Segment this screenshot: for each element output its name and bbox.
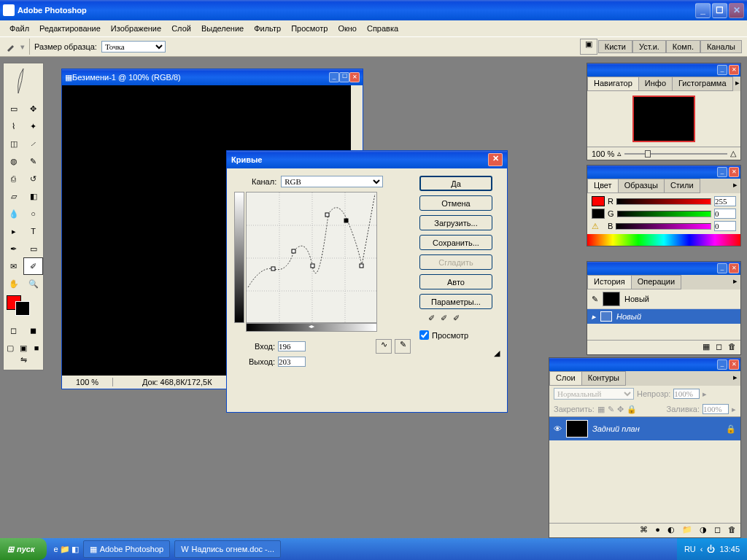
resize-grip-icon[interactable]: ◢ [419, 349, 500, 358]
tab-actions[interactable]: Операции [631, 275, 681, 289]
move-tool[interactable]: ✥ [23, 100, 43, 117]
lock-trans-icon[interactable]: ▦ [597, 405, 605, 414]
menu-edit[interactable]: Редактирование [34, 24, 106, 33]
quickmask-on[interactable]: ◼ [23, 322, 43, 339]
black-eyedropper-icon[interactable]: ✐ [428, 314, 435, 323]
jump-to-imageready[interactable]: ⇋ [4, 355, 43, 370]
hist-close-button[interactable]: ✕ [729, 263, 739, 273]
r-slider[interactable] [616, 198, 711, 205]
tab-navigator[interactable]: Навигатор [587, 77, 639, 91]
tab-history[interactable]: История [587, 275, 632, 289]
color-close-button[interactable]: ✕ [729, 167, 739, 177]
delete-layer-icon[interactable]: 🗑 [728, 525, 736, 536]
b-value[interactable] [714, 221, 736, 231]
pencil-mode-button[interactable]: ✎ [395, 339, 411, 354]
zoom-tool[interactable]: 🔍 [23, 275, 43, 292]
color-bg-swatch[interactable] [592, 209, 605, 219]
ok-button[interactable]: Да [419, 176, 492, 191]
lock-paint-icon[interactable]: ✎ [608, 405, 614, 414]
nav-close-button[interactable]: ✕ [729, 65, 739, 75]
gamut-warning-icon[interactable]: ⚠ [592, 222, 605, 231]
notes-tool[interactable]: ✉ [4, 257, 23, 275]
adjustment-layer-icon[interactable]: ◑ [700, 525, 707, 536]
color-min-button[interactable]: _ [717, 167, 727, 177]
stamp-tool[interactable]: ⎙ [4, 170, 23, 187]
history-brush-tool[interactable]: ↺ [23, 170, 43, 187]
link-icon[interactable]: ⌘ [640, 525, 648, 536]
taskbar-item-word[interactable]: W Надпись огнем.doc -... [174, 540, 281, 558]
menu-view[interactable]: Просмотр [286, 24, 333, 33]
new-set-icon[interactable]: 📁 [682, 525, 692, 536]
tab-styles[interactable]: Стили [664, 179, 700, 193]
menu-select[interactable]: Выделение [196, 24, 249, 33]
crop-tool[interactable]: ◫ [4, 135, 23, 152]
preview-checkbox[interactable]: Просмотр [419, 330, 500, 340]
menu-file[interactable]: Файл [4, 24, 34, 33]
nav-zoom-value[interactable]: 100 % [592, 149, 614, 158]
close-button[interactable]: ✕ [729, 3, 744, 18]
g-slider[interactable] [617, 211, 711, 217]
dodge-tool[interactable]: ○ [23, 205, 43, 222]
menu-layer[interactable]: Слой [166, 24, 196, 33]
visibility-eye-icon[interactable]: 👁 [554, 424, 562, 433]
dock-tab-channels[interactable]: Каналы [700, 40, 742, 53]
screenmode-full-menu[interactable]: ▣ [17, 339, 30, 357]
cancel-button[interactable]: Отмена [419, 195, 492, 211]
blur-tool[interactable]: 💧 [4, 205, 23, 222]
history-state-row[interactable]: ▸ Новый [587, 309, 740, 324]
lasso-tool[interactable]: ⌇ [4, 117, 23, 135]
b-slider[interactable] [616, 223, 711, 230]
pen-tool[interactable]: ✒ [4, 240, 23, 257]
eraser-tool[interactable]: ▱ [4, 187, 23, 205]
curves-close-button[interactable]: ✕ [488, 153, 503, 166]
screenmode-full[interactable]: ■ [30, 339, 43, 357]
options-button[interactable]: Параметры... [419, 294, 492, 309]
dock-tab-presets[interactable]: Уст.и. [632, 40, 666, 53]
output-value[interactable] [278, 357, 306, 367]
tab-layers[interactable]: Слои [549, 371, 582, 386]
quickmask-off[interactable]: ◻ [4, 322, 23, 339]
shape-tool[interactable]: ▭ [23, 240, 43, 257]
panel-menu-icon[interactable]: ▸ [730, 371, 740, 386]
new-layer-icon[interactable]: ◻ [714, 525, 721, 536]
layer-row[interactable]: 👁 Задний план 🔒 [549, 417, 740, 440]
zoom-out-icon[interactable]: ▵ [617, 149, 622, 158]
maximize-button[interactable]: ☐ [712, 3, 727, 18]
zoom-in-icon[interactable]: △ [730, 149, 736, 158]
nav-zoom-slider[interactable] [624, 153, 727, 155]
ql-explorer-icon[interactable]: 📁 [60, 545, 70, 554]
layers-min-button[interactable]: _ [717, 359, 727, 370]
new-snapshot-icon[interactable]: ◻ [716, 342, 722, 353]
hand-tool[interactable]: ✋ [4, 275, 23, 292]
panel-menu-icon[interactable]: ▸ [730, 275, 740, 289]
background-color-swatch[interactable] [15, 301, 30, 316]
start-button[interactable]: ⊞пуск [0, 538, 47, 560]
menu-image[interactable]: Изображение [106, 24, 166, 33]
minimize-button[interactable]: _ [695, 3, 711, 18]
tab-swatches[interactable]: Образцы [618, 179, 665, 193]
layer-style-icon[interactable]: ● [655, 525, 660, 536]
color-fg-swatch[interactable] [592, 196, 605, 206]
layers-close-button[interactable]: ✕ [729, 359, 739, 370]
input-value[interactable] [278, 341, 306, 351]
screenmode-standard[interactable]: ▢ [4, 339, 17, 357]
tab-histogram[interactable]: Гистограмма [672, 77, 733, 91]
doc-zoom[interactable]: 100 % [62, 378, 113, 386]
doc-minimize-button[interactable]: _ [329, 72, 339, 82]
menu-help[interactable]: Справка [362, 24, 403, 33]
g-value[interactable] [714, 209, 736, 219]
menu-window[interactable]: Окно [333, 24, 362, 33]
gray-eyedropper-icon[interactable]: ✐ [441, 314, 447, 323]
color-ramp[interactable] [587, 234, 740, 246]
menu-filter[interactable]: Фильтр [249, 24, 286, 33]
tab-paths[interactable]: Контуры [581, 371, 626, 386]
ql-ie-icon[interactable]: e [54, 545, 58, 554]
white-eyedropper-icon[interactable]: ✐ [453, 314, 460, 323]
dock-tab-brushes[interactable]: Кисти [598, 40, 632, 53]
slice-tool[interactable]: ⟋ [23, 135, 43, 152]
lock-all-icon[interactable]: 🔒 [627, 405, 637, 414]
curves-graph[interactable] [246, 192, 377, 323]
gradient-tool[interactable]: ◧ [23, 187, 43, 205]
lock-move-icon[interactable]: ✥ [617, 405, 624, 414]
tray-net-icon[interactable]: ⏻ [707, 545, 715, 553]
